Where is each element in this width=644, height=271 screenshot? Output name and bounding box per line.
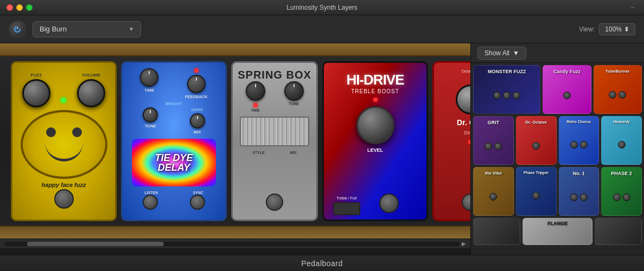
octave-led	[468, 140, 470, 144]
preset-dropdown[interactable]: Big Burn ▼	[33, 21, 141, 37]
view-value: 100%	[605, 25, 622, 33]
sidebar-pedal-grit[interactable]: GRIT	[473, 116, 514, 165]
volume-knob[interactable]	[77, 79, 105, 107]
pedal-tie-dye-delay[interactable]: TIME FEEDBACK BRIGHT	[121, 61, 227, 221]
delay-name: TIE DYEDELAY	[155, 153, 193, 172]
sidebar-pedal-monster-fuzz[interactable]: MONSTER FUZZ	[473, 65, 540, 114]
pedal-dr-octave[interactable]: Octave 1 Dr. Oct. Direct	[432, 61, 470, 221]
octave-title: Dr. Oct.	[457, 119, 470, 127]
fuzz-knob[interactable]	[22, 79, 50, 107]
sp-heavenly-knob1[interactable]	[618, 141, 626, 149]
sp-retro-knob2[interactable]	[580, 141, 588, 149]
power-button[interactable]	[9, 21, 26, 38]
show-all-button[interactable]: Show All ▼	[477, 47, 526, 60]
minimize-button[interactable]	[16, 4, 23, 11]
sidebar-pedal-tube-burner[interactable]: TubeΒurner	[594, 65, 642, 114]
sidebar-header: Show All ▼	[471, 43, 644, 63]
hidrive-toggle-switch[interactable]	[333, 202, 360, 215]
sidebar-pedal-grid: MONSTER FUZZ Candy Fuzz	[471, 63, 644, 255]
view-percentage-dropdown[interactable]: 100% ⬍	[599, 23, 635, 35]
spring-time-knob[interactable]	[246, 81, 265, 101]
window-title: Luminosity Synth Layers	[286, 4, 358, 11]
octave-direct-label: Direct	[464, 130, 470, 136]
sidebar-pedal-vibe[interactable]: the Vibe	[473, 167, 514, 216]
feedback-knob[interactable]	[187, 75, 206, 93]
delay-footswitch-left[interactable]	[143, 195, 158, 210]
sp-phase2-knob1[interactable]	[613, 193, 621, 201]
sp-no1-title: No. 1	[573, 171, 585, 176]
fuzz-footswitch[interactable]	[54, 189, 74, 209]
fuzz-knob-group: FUZZ	[22, 73, 50, 107]
hidrive-title: HI-DRIVE	[346, 72, 404, 88]
scroll-right-arrow[interactable]: ▶	[462, 241, 466, 247]
tie-dye-graphic: TIE DYEDELAY	[132, 139, 216, 186]
sidebar-row-4: FLANGE	[473, 218, 642, 245]
bottom-label: Pedalboard	[301, 259, 343, 268]
scroll-track[interactable]	[4, 242, 460, 246]
sp-phase2-knob2[interactable]	[623, 193, 630, 201]
spring-style-label: STYLE	[252, 151, 265, 154]
sidebar-row-2: GRIT Dr. Octave	[473, 116, 642, 165]
sp-no1-knob2[interactable]	[580, 193, 588, 201]
scroll-thumb[interactable]	[27, 242, 164, 246]
sidebar-pedal-retro-chorus[interactable]: Retro Chorus	[559, 116, 600, 165]
show-all-label: Show All	[484, 49, 509, 57]
sidebar-pedal-phase-tripper[interactable]: Phase Tripper	[516, 167, 557, 216]
maximize-button[interactable]	[26, 4, 33, 11]
main-area: FUZZ VOLUME	[0, 43, 644, 255]
spring-tone-knob[interactable]	[284, 81, 304, 101]
pedal-happy-face-fuzz[interactable]: FUZZ VOLUME	[11, 61, 117, 221]
octave-footswitch[interactable]	[462, 193, 470, 211]
window-minimize-icon: ─	[631, 4, 637, 11]
pedal-hi-drive[interactable]: HI-DRIVE TREBLE BOOST LEVEL Treble / Ful…	[322, 61, 428, 221]
hidrive-footswitch[interactable]	[379, 193, 399, 213]
sp-phasetrip-knob1[interactable]	[532, 192, 540, 199]
sp-candy-title: Candy Fuzz	[553, 69, 581, 74]
sp-droctave-knob1[interactable]	[532, 142, 540, 150]
sp-grit-knob2[interactable]	[494, 143, 502, 150]
volume-label: VOLUME	[82, 73, 100, 78]
sp-monster-knob1[interactable]	[493, 92, 501, 99]
sidebar-pedal-no1[interactable]: No. 1	[559, 167, 600, 216]
sp-vibe-title: the Vibe	[485, 171, 502, 176]
tone-knob[interactable]	[143, 107, 158, 122]
spring-footswitch[interactable]	[266, 193, 283, 211]
sidebar-pedal-heavenly[interactable]: Heavenly	[601, 116, 642, 165]
close-button[interactable]	[7, 4, 13, 11]
sp-monster-knob2[interactable]	[503, 92, 511, 99]
horizontal-scrollbar[interactable]: ▶	[0, 238, 470, 248]
sp-monster-knob3[interactable]	[513, 92, 520, 99]
sp-vibe-knob1[interactable]	[489, 193, 497, 201]
spring-mix-label: MIX	[290, 151, 296, 154]
sidebar-pedal-phase2[interactable]: PHASE 2	[601, 167, 642, 216]
sidebar-pedal-bottom1[interactable]	[473, 218, 520, 245]
fuzz-footswitch-area	[54, 189, 74, 209]
octave-knob[interactable]	[456, 85, 471, 114]
delay-footswitch-right[interactable]	[190, 195, 205, 210]
sp-phasepripper-title: Phase Tripper	[524, 171, 549, 175]
preset-name: Big Burn	[40, 25, 67, 33]
hidrive-level-knob[interactable]	[356, 106, 394, 144]
sp-tube-knob1[interactable]	[609, 91, 616, 99]
sp-grit-title: GRIT	[488, 120, 500, 125]
sidebar-pedal-flanger[interactable]: FLANGE	[522, 218, 592, 245]
sp-retro-knob1[interactable]	[570, 141, 578, 149]
pedals-container: FUZZ VOLUME	[0, 43, 470, 238]
power-icon	[13, 25, 22, 34]
time-knob[interactable]	[140, 68, 158, 87]
sp-grit-knob1[interactable]	[484, 143, 492, 150]
pedalboard-inner: FUZZ VOLUME	[0, 43, 470, 238]
sp-candy-knob1[interactable]	[563, 92, 571, 99]
title-bar: Luminosity Synth Layers ─	[0, 0, 644, 15]
spring-box-title: SPRING BOX	[238, 69, 311, 81]
sp-tube-knob2[interactable]	[619, 91, 626, 99]
sync-label: SYNC	[193, 191, 203, 195]
mix-center-knob[interactable]	[190, 113, 205, 128]
hidrive-sub: TREBLE BOOST	[351, 88, 399, 94]
sp-no1-knob1[interactable]	[570, 193, 578, 201]
sidebar-pedal-bottom3[interactable]	[595, 218, 642, 245]
sidebar-pedal-dr-octave[interactable]: Dr. Octave	[516, 116, 557, 165]
sidebar-pedal-candy-fuzz[interactable]: Candy Fuzz	[543, 65, 591, 114]
hidrive-bottom-controls: Treble / Full	[333, 193, 418, 215]
pedal-spring-box[interactable]: SPRING BOX TIME TONE	[231, 61, 318, 221]
